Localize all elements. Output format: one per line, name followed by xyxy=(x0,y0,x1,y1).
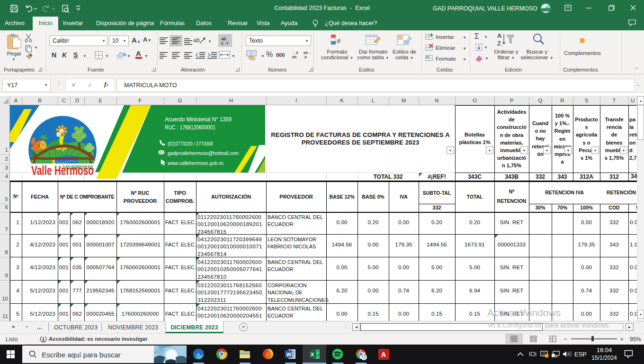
svg-text:Z: Z xyxy=(497,40,501,47)
svg-text:A: A xyxy=(497,32,502,39)
svg-text:www.vallehermoso.gob.ec: www.vallehermoso.gob.ec xyxy=(167,160,224,166)
svg-text:.0: .0 xyxy=(304,55,307,59)
svg-text:X: X xyxy=(311,352,314,357)
svg-text:RUC : 1768120600001: RUC : 1768120600001 xyxy=(165,124,215,131)
svg-text:A: A xyxy=(381,351,386,358)
svg-text:W: W xyxy=(286,352,292,357)
svg-text:00→: 00→ xyxy=(304,51,312,55)
svg-text:(02)2773220 / 2773300: (02)2773220 / 2773300 xyxy=(168,141,213,146)
svg-text:.00: .00 xyxy=(291,55,297,59)
svg-text:≠: ≠ xyxy=(337,37,341,45)
svg-text:c: c xyxy=(221,41,224,46)
svg-text:gadprvallehermoso@hotmail.com: gadprvallehermoso@hotmail.com xyxy=(168,150,239,156)
svg-text:ab: ab xyxy=(193,37,200,44)
svg-text:Valle Hermoso: Valle Hermoso xyxy=(31,163,94,178)
svg-text:▼: ▼ xyxy=(208,39,212,44)
svg-text:←0: ←0 xyxy=(292,51,298,55)
svg-text:Acuerdo Ministerial N° 1359: Acuerdo Ministerial N° 1359 xyxy=(165,116,232,123)
